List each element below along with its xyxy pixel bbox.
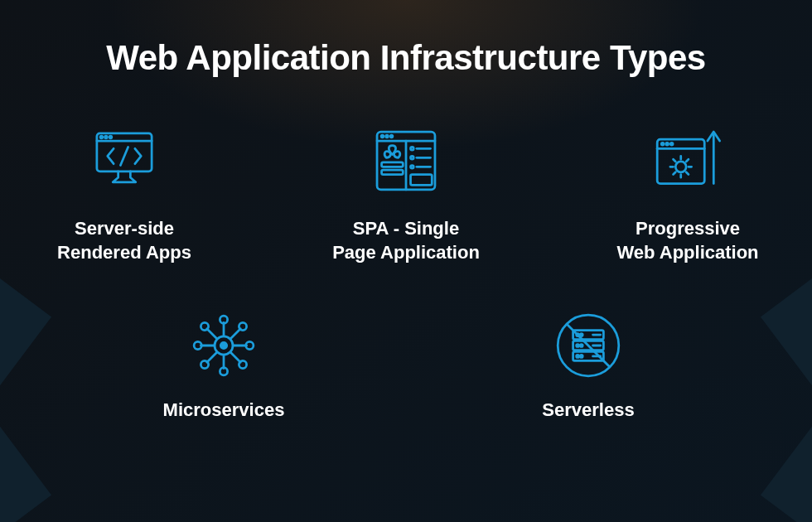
item-pwa-label: Progressive Web Application [616,217,758,264]
svg-point-32 [220,368,227,375]
svg-point-57 [580,355,582,358]
svg-line-5 [120,147,128,165]
svg-point-54 [580,345,582,347]
svg-point-9 [386,135,389,138]
svg-point-36 [246,342,254,350]
svg-point-42 [201,361,208,369]
svg-point-30 [220,316,227,323]
item-spa-label: SPA - Single Page Application [332,217,480,264]
svg-line-41 [207,352,217,362]
svg-point-8 [381,135,384,138]
svg-rect-11 [382,162,404,167]
svg-point-53 [577,345,579,347]
svg-point-28 [220,343,226,349]
svg-point-2 [100,136,103,138]
svg-point-56 [577,355,579,358]
svg-point-24 [666,143,669,145]
svg-point-44 [239,361,246,369]
item-spa: SPA - Single Page Application [315,119,497,264]
item-serverless: Serverless [497,304,679,423]
item-microservices: Microservices [133,304,315,423]
svg-point-4 [109,136,112,138]
row-bottom: Microservices Serverless [0,304,812,423]
svg-point-51 [580,334,582,336]
item-pwa: Progressive Web Application [597,119,779,264]
item-microservices-label: Microservices [163,399,285,423]
page-title: Web Application Infrastructure Types [0,0,812,78]
item-ssr-label: Server-side Rendered Apps [57,217,191,264]
browser-gear-arrow-icon [646,119,729,202]
browser-layout-icon [365,119,447,202]
svg-point-14 [411,147,414,150]
svg-point-10 [390,135,393,138]
svg-point-26 [675,162,686,172]
svg-rect-20 [411,175,433,186]
row-top: Server-side Rendered Apps S [0,119,812,264]
svg-point-40 [239,323,246,331]
monitor-code-icon [83,119,166,202]
svg-point-50 [577,334,579,336]
svg-point-18 [411,166,414,169]
svg-line-37 [207,329,217,339]
svg-point-38 [201,323,208,331]
item-ssr: Server-side Rendered Apps [33,119,215,264]
svg-point-25 [670,143,673,145]
svg-point-23 [661,143,664,145]
svg-point-16 [411,156,414,159]
svg-rect-12 [382,170,404,175]
item-serverless-label: Serverless [542,399,634,423]
svg-point-3 [105,136,108,138]
svg-line-43 [230,352,240,362]
svg-line-39 [230,329,240,339]
server-disabled-icon [547,304,630,387]
svg-point-34 [194,342,201,350]
network-nodes-icon [182,304,265,387]
